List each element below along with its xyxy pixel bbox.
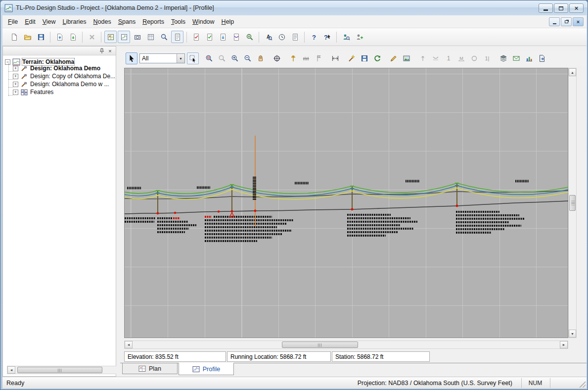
layers-button[interactable]	[498, 52, 509, 64]
menu-spans[interactable]: Spans	[115, 16, 139, 27]
close-panel-button[interactable]: ×	[106, 48, 114, 54]
scroll-left-button[interactable]: ◄	[7, 366, 15, 374]
menu-reports[interactable]: Reports	[139, 16, 168, 27]
span-length-button[interactable]: M	[455, 52, 467, 64]
resize-grip[interactable]	[579, 381, 586, 388]
span-labels-button[interactable]	[430, 52, 442, 64]
tree-item-design-3[interactable]: + Design: Oklahoma Demo w ...	[3, 80, 116, 88]
edit-spans-button[interactable]	[300, 52, 312, 64]
measure-button[interactable]	[329, 52, 341, 64]
page-setup-button[interactable]	[536, 52, 548, 64]
expand-icon[interactable]: +	[13, 74, 18, 79]
sag-tension-button[interactable]	[230, 31, 242, 43]
open-project-button[interactable]	[21, 31, 34, 43]
menu-edit[interactable]: Edit	[21, 16, 39, 27]
mdi-close-button[interactable]: ×	[573, 17, 584, 26]
scroll-thumb[interactable]	[17, 367, 102, 373]
charts-button[interactable]	[523, 52, 535, 64]
pointer-tool-button[interactable]	[126, 52, 137, 64]
zoom-find-button[interactable]	[243, 31, 256, 43]
auto-spot-button[interactable]	[346, 52, 358, 64]
chevron-down-icon[interactable]: ▼	[177, 54, 184, 63]
expand-icon[interactable]: +	[13, 90, 18, 95]
structure-labels-button[interactable]	[417, 52, 429, 64]
structure-4[interactable]	[350, 186, 354, 209]
structure-1[interactable]	[156, 191, 160, 213]
tree-item-terrain[interactable]: − Terrain: Oklahoma	[3, 56, 116, 64]
report-button[interactable]	[289, 31, 301, 43]
mdi-restore-button[interactable]	[561, 17, 572, 26]
profile-plot[interactable]	[124, 68, 568, 338]
structure-2[interactable]	[230, 185, 234, 211]
new-project-button[interactable]	[8, 31, 20, 43]
pan-button[interactable]	[255, 52, 267, 64]
plot-vscrollbar[interactable]: ▲ ▼	[568, 68, 577, 338]
close-button[interactable]: ×	[569, 3, 584, 13]
tab-profile[interactable]: Profile	[179, 363, 234, 375]
import-button[interactable]	[53, 31, 66, 43]
flag-marker-button[interactable]	[313, 52, 325, 64]
tree-item-features[interactable]: + Features	[3, 88, 116, 96]
plot-hscrollbar[interactable]: ◄ ►	[124, 341, 568, 349]
refresh-view-button[interactable]	[371, 52, 383, 64]
titlebar[interactable]: TL-Pro Design Studio - Project - [Oklaho…	[0, 0, 588, 15]
tree-item-design-2[interactable]: + Design: Copy of Oklahoma De...	[3, 72, 116, 80]
context-help-button[interactable]: ?	[321, 31, 333, 43]
label-one-button[interactable]: 1	[443, 52, 454, 64]
help-button[interactable]: ?	[308, 31, 320, 43]
sag-envelope-button[interactable]	[510, 52, 522, 64]
scroll-up-button[interactable]: ▲	[569, 68, 576, 76]
tree-item-design-1[interactable]: + Design: Oklahoma Demo	[3, 64, 116, 72]
profile-canvas[interactable]	[125, 68, 569, 339]
scroll-left-button[interactable]: ◄	[125, 341, 133, 348]
menu-file[interactable]: File	[4, 16, 21, 27]
menu-window[interactable]: Window	[189, 16, 218, 27]
zoom-in-button[interactable]	[229, 52, 241, 64]
selected-structure[interactable]	[255, 136, 256, 226]
snapshot-button[interactable]	[401, 52, 412, 64]
expand-icon[interactable]: +	[13, 66, 18, 71]
menu-view[interactable]: View	[39, 16, 59, 27]
selection-filter-dropdown[interactable]: All ▼	[139, 53, 185, 63]
scroll-thumb[interactable]	[569, 195, 576, 211]
label-eleven-button[interactable]: 1|	[481, 52, 493, 64]
structure-5[interactable]	[455, 183, 459, 206]
plan-view-toggle[interactable]	[104, 31, 117, 43]
save-view-button[interactable]	[359, 52, 370, 64]
menu-nodes[interactable]: Nodes	[90, 16, 115, 27]
center-target-button[interactable]	[271, 52, 283, 64]
profile-view-toggle[interactable]	[118, 31, 130, 43]
edit-profile-button[interactable]	[388, 52, 400, 64]
check-spans-button[interactable]	[203, 31, 216, 43]
panel-splitter[interactable]	[116, 46, 120, 377]
insert-structure-button[interactable]	[287, 52, 299, 64]
check-structures-button[interactable]	[190, 31, 202, 43]
sheets-button[interactable]	[171, 31, 183, 43]
zoom-out-button[interactable]	[242, 52, 254, 64]
export-button[interactable]	[67, 31, 79, 43]
zoom-previous-button[interactable]	[216, 52, 228, 64]
scroll-right-button[interactable]: ►	[560, 341, 568, 348]
menu-help[interactable]: Help	[218, 16, 238, 27]
select-structures-button[interactable]	[187, 52, 199, 64]
delete-button[interactable]	[86, 31, 98, 43]
station-tools-button[interactable]	[353, 31, 365, 43]
scroll-thumb[interactable]	[282, 341, 358, 348]
zoom-window-button[interactable]	[203, 52, 215, 64]
menu-tools[interactable]: Tools	[168, 16, 189, 27]
tab-plan[interactable]: Plan	[122, 363, 178, 374]
collapse-icon[interactable]: −	[5, 59, 10, 65]
mdi-minimize-button[interactable]	[549, 17, 560, 26]
history-button[interactable]	[275, 31, 288, 43]
pin-panel-button[interactable]	[97, 48, 106, 54]
maximize-button[interactable]	[554, 3, 568, 13]
model-view-toggle[interactable]	[131, 31, 143, 43]
minimize-button[interactable]	[539, 3, 553, 13]
scroll-down-button[interactable]: ▼	[569, 330, 576, 338]
table-view-toggle[interactable]	[144, 31, 157, 43]
find-text-button[interactable]: A	[262, 31, 274, 43]
menu-libraries[interactable]: Libraries	[59, 16, 90, 27]
expand-icon[interactable]: +	[13, 82, 18, 87]
save-project-button[interactable]	[35, 31, 47, 43]
locate-station-button[interactable]	[340, 31, 352, 43]
